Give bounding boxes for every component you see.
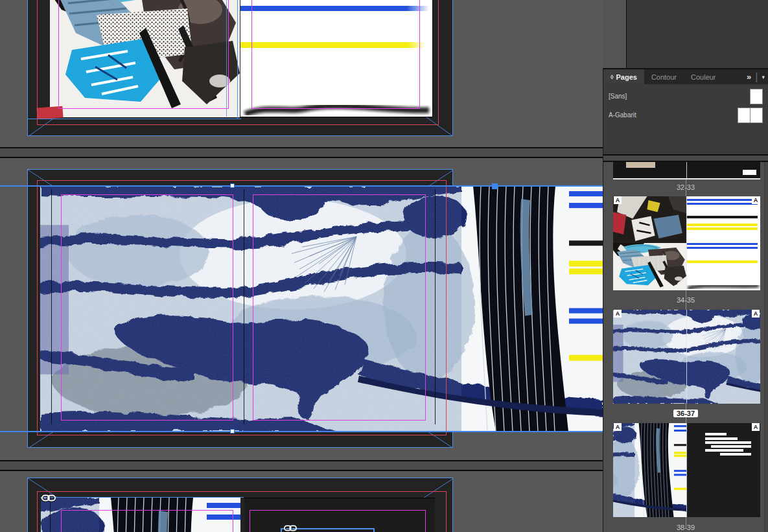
master-badge: A [614,196,622,204]
red-paint-blob [36,106,63,120]
selection-handle-bottom[interactable] [230,429,235,434]
divider: | [755,71,758,83]
master-page-icon[interactable] [750,89,763,104]
page34-collage-image[interactable] [50,0,240,117]
panel-tab-bar: ◊ Pages Contour Couleur » | ▾ [603,69,768,84]
spread-divider [0,460,603,471]
frame-edge [41,497,244,498]
thumb-page39 [686,423,760,517]
link-badge-icon[interactable] [284,524,297,532]
panel-section-splitter[interactable] [603,154,768,162]
page-edge [240,0,240,117]
master-name: [Sans] [609,93,627,100]
spread-label-38-39[interactable]: 38-39 [603,524,768,531]
tab-contour-label: Contour [651,73,677,81]
thumb-photo-fragment [626,162,655,168]
spread-label-34-35[interactable]: 34-35 [603,296,768,304]
panel-expander-icon: ◊ [611,74,613,80]
tab-pages-label: Pages [616,73,636,81]
thumb-white-bar [743,170,756,175]
master-spread-icon-left[interactable] [738,108,751,123]
frame-edge [237,0,238,119]
panel-dock [603,0,768,68]
indesign-workspace: ◊ Pages Contour Couleur » | ▾ [Sans] A- [0,0,768,532]
master-badge: A [752,310,760,318]
spread-thumbnail-38-39[interactable]: A A [613,423,760,517]
masters-section: [Sans] A-Gabarit [603,84,768,154]
frame-edge [226,0,227,117]
master-badge: A [752,196,760,204]
spread-thumbnail-36-37[interactable]: A A [613,310,760,404]
frame-edge [27,119,241,119]
tab-pages[interactable]: ◊ Pages [603,69,644,84]
master-badge: A [614,423,622,431]
spread-divider [0,147,603,158]
spread-thumbnail-32-33[interactable] [613,162,760,179]
page-edge [435,189,436,424]
master-row-sans[interactable]: [Sans] [603,87,768,106]
pages-thumbnails-section[interactable]: 32-33 A A 34-35 [603,162,768,532]
master-badge: A [752,423,760,431]
ink-artwork-image[interactable] [40,186,603,432]
tab-contour[interactable]: Contour [644,69,684,84]
master-name: A-Gabarit [609,111,636,119]
page38-image[interactable] [41,498,240,532]
selected-frame-bottom-edge[interactable] [0,431,603,432]
selection-anchor-point[interactable] [492,183,498,189]
panel-menu-icon[interactable]: ▾ [762,74,765,80]
master-badge: A [614,310,622,318]
black-smear [242,89,432,122]
document-canvas[interactable] [0,0,603,532]
master-row-a-gabarit[interactable]: A-Gabarit [603,106,768,125]
selection-handle-top[interactable] [230,183,235,188]
page-spine-edge [244,189,244,424]
empty-dock-area [626,0,768,68]
panel-scrollbar[interactable] [764,162,768,532]
selected-frame-top-edge[interactable] [0,185,603,187]
spread-label-36-37[interactable]: 36-37 [603,410,768,417]
collapse-panels-icon[interactable]: » [747,72,751,82]
page-edge [50,498,51,532]
link-badge-icon[interactable] [41,494,56,502]
page-edge [51,189,52,424]
yellow-stripe [240,42,426,48]
pages-panel: ◊ Pages Contour Couleur » | ▾ [Sans] A- [603,68,768,532]
spread-label-32-33[interactable]: 32-33 [603,183,768,191]
tab-couleur[interactable]: Couleur [684,69,723,84]
thumb-bottom-edge [613,178,760,179]
master-spread-icon-right[interactable] [750,108,763,123]
page39-dark[interactable] [244,498,435,532]
spread-thumbnail-34-35[interactable]: A A [613,196,760,290]
tab-couleur-label: Couleur [691,73,716,81]
blue-stripe [240,6,429,11]
